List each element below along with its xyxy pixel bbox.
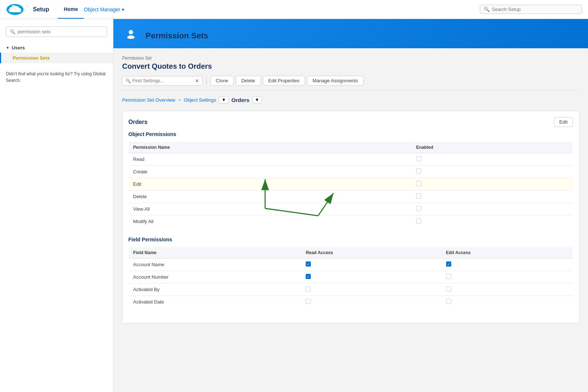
field-name-cell: Account Name xyxy=(129,259,302,271)
nav-tabs: Home Object Manager ▾ xyxy=(58,0,124,19)
table-row: Modify All xyxy=(129,215,573,228)
manage-assignments-button[interactable]: Manage Assignments xyxy=(307,76,363,86)
content-area: SETUP Permission Sets Permission Set Con… xyxy=(113,19,588,392)
edit-checkbox[interactable] xyxy=(446,261,451,267)
global-search-input[interactable] xyxy=(492,7,578,12)
sidebar-search-input[interactable] xyxy=(18,29,103,34)
checkbox-display[interactable] xyxy=(416,193,421,199)
enabled-cell xyxy=(412,203,573,215)
orders-section: Orders Edit Object Permissions Permissio… xyxy=(122,111,579,323)
main-layout: 🔍 ▼ Users Permission Sets Didn't find wh… xyxy=(0,19,588,392)
sidebar-item-permission-sets[interactable]: Permission Sets xyxy=(0,53,113,63)
top-navigation: cloud Setup Home Object Manager ▾ 🔍 xyxy=(0,0,588,19)
sidebar-search-container[interactable]: 🔍 xyxy=(6,26,107,37)
salesforce-logo: cloud xyxy=(6,3,24,16)
col-field-name: Field Name xyxy=(129,247,302,259)
setup-label: SETUP xyxy=(146,27,208,31)
col-permission-name: Permission Name xyxy=(129,142,412,153)
edit-access-cell xyxy=(442,296,573,308)
enabled-cell xyxy=(412,191,573,203)
col-read-access: Read Access xyxy=(301,247,441,259)
checkbox-display[interactable] xyxy=(416,181,421,186)
permission-name-cell: Edit xyxy=(129,178,412,191)
page-icon xyxy=(122,25,140,42)
field-name-cell: Activated By xyxy=(129,283,302,296)
checkbox-display[interactable] xyxy=(416,169,421,174)
global-search-bar[interactable]: 🔍 xyxy=(480,5,582,14)
read-checkbox[interactable] xyxy=(306,274,311,279)
read-checkbox[interactable] xyxy=(306,286,311,291)
read-access-cell xyxy=(301,259,441,271)
col-enabled: Enabled xyxy=(412,142,573,153)
field-permissions-title: Field Permissions xyxy=(128,237,573,242)
app-title: Setup xyxy=(30,6,52,13)
sidebar-section-users: ▼ Users Permission Sets xyxy=(0,41,113,65)
permission-name-cell: Read xyxy=(129,153,412,166)
edit-checkbox[interactable] xyxy=(446,299,451,304)
sidebar-group-label: Users xyxy=(12,45,25,50)
orders-edit-button[interactable]: Edit xyxy=(554,117,573,127)
table-row: Account Number xyxy=(129,271,573,283)
permission-name-cell: Delete xyxy=(129,191,412,203)
breadcrumb-overview[interactable]: Permission Set Overview xyxy=(122,97,175,103)
table-row: Activated By xyxy=(129,283,573,296)
sidebar-group-users[interactable]: ▼ Users xyxy=(0,43,113,53)
sidebar: 🔍 ▼ Users Permission Sets Didn't find wh… xyxy=(0,19,113,392)
read-checkbox[interactable] xyxy=(306,261,311,267)
search-icon: 🔍 xyxy=(484,7,490,12)
read-checkbox[interactable] xyxy=(306,299,311,304)
svg-point-10 xyxy=(129,30,133,34)
object-permissions-table: Permission Name Enabled ReadCreateEditDe… xyxy=(128,142,573,228)
delete-button[interactable]: Delete xyxy=(236,76,261,86)
table-row: Create xyxy=(129,166,573,178)
toolbar-search-icon: 🔍 xyxy=(125,78,131,83)
table-row: Read xyxy=(129,153,573,166)
page-header: SETUP Permission Sets xyxy=(113,19,588,48)
edit-properties-button[interactable]: Edit Properties xyxy=(263,76,305,86)
toolbar-search-container[interactable]: 🔍 ✕ xyxy=(122,76,203,86)
table-row: Account Name xyxy=(129,259,573,271)
breadcrumb-object-settings[interactable]: Object Settings xyxy=(184,97,216,103)
clone-button[interactable]: Clone xyxy=(210,76,234,86)
sidebar-search-icon: 🔍 xyxy=(10,29,15,34)
sidebar-hint: Didn't find what you're looking for? Try… xyxy=(0,65,113,90)
read-access-cell xyxy=(301,283,441,296)
breadcrumb: Permission Set Overview > Object Setting… xyxy=(122,96,579,103)
edit-access-cell xyxy=(442,259,573,271)
nav-tab-object-manager[interactable]: Object Manager ▾ xyxy=(84,7,124,12)
toolbar-search-input[interactable] xyxy=(132,78,193,83)
enabled-cell xyxy=(412,178,573,191)
clear-search-icon[interactable]: ✕ xyxy=(195,78,199,84)
checkbox-display[interactable] xyxy=(416,218,421,223)
table-row: Edit xyxy=(129,178,573,191)
table-row: Delete xyxy=(129,191,573,203)
table-row: View All xyxy=(129,203,573,215)
object-settings-dropdown[interactable]: ▼ xyxy=(219,96,229,103)
field-permissions-table: Field Name Read Access Edit Access Accou… xyxy=(128,247,573,308)
toolbar-divider xyxy=(206,76,207,85)
field-name-cell: Activated Date xyxy=(129,296,302,308)
permission-name-cell: View All xyxy=(129,203,412,215)
field-name-cell: Account Number xyxy=(129,271,302,283)
svg-point-11 xyxy=(127,35,135,39)
enabled-cell xyxy=(412,153,573,166)
object-permissions-title: Object Permissions xyxy=(128,131,573,137)
edit-checkbox[interactable] xyxy=(446,274,451,279)
checkbox-display[interactable] xyxy=(416,206,421,211)
checkbox-display[interactable] xyxy=(416,156,421,161)
read-access-cell xyxy=(301,296,441,308)
svg-rect-9 xyxy=(10,9,21,12)
table-row: Activated Date xyxy=(129,296,573,308)
content-inner: Permission Set Convert Quotes to Orders … xyxy=(113,48,588,338)
breadcrumb-sep-1: > xyxy=(178,97,181,103)
chevron-down-icon: ▼ xyxy=(6,46,10,50)
nav-tab-home[interactable]: Home xyxy=(58,0,84,19)
page-title-group: SETUP Permission Sets xyxy=(146,27,208,41)
edit-checkbox[interactable] xyxy=(446,286,451,291)
orders-dropdown[interactable]: ▼ xyxy=(252,96,262,103)
edit-access-cell xyxy=(442,271,573,283)
enabled-cell xyxy=(412,166,573,178)
breadcrumb-current: Orders xyxy=(231,97,249,103)
enabled-cell xyxy=(412,215,573,228)
page-main-title: Permission Sets xyxy=(146,31,208,41)
